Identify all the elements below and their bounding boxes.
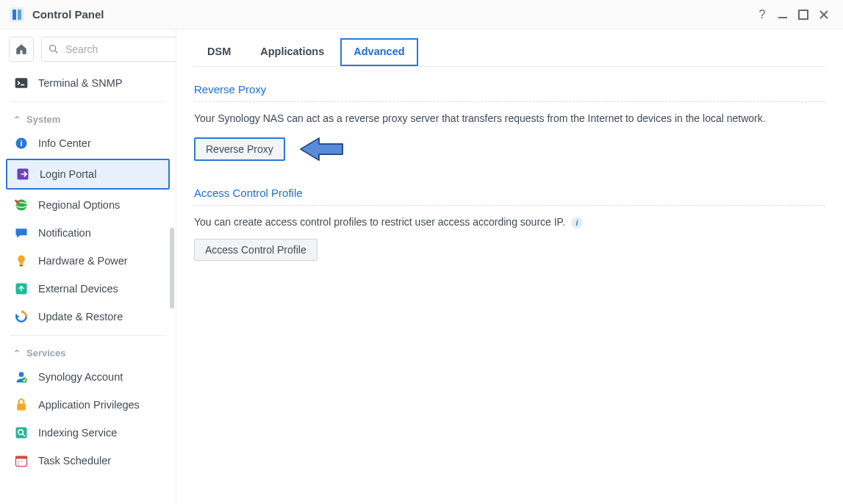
terminal-icon (13, 75, 29, 91)
refresh-icon (13, 309, 29, 325)
svg-rect-21 (21, 461, 23, 463)
sidebar-item-hardware-power[interactable]: Hardware & Power (0, 247, 176, 275)
sidebar-item-update-restore[interactable]: Update & Restore (0, 303, 176, 331)
home-button[interactable] (9, 37, 34, 62)
svg-rect-6 (15, 78, 28, 87)
svg-rect-19 (16, 456, 27, 458)
sidebar-item-label: Info Center (38, 137, 91, 149)
sidebar-item-info-center[interactable]: i Info Center (0, 129, 176, 157)
sidebar-item-indexing-service[interactable]: Indexing Service (0, 419, 176, 447)
reverse-proxy-desc: Your Synology NAS can act as a reverse p… (194, 112, 825, 124)
main-panel: DSM Applications Advanced Reverse Proxy … (176, 29, 843, 504)
sidebar-item-application-privileges[interactable]: Application Privileges (0, 391, 176, 419)
help-button[interactable]: ? (752, 4, 772, 25)
sidebar-item-label: Regional Options (38, 199, 120, 211)
svg-point-13 (19, 372, 24, 377)
maximize-button[interactable] (793, 4, 814, 25)
svg-rect-4 (799, 10, 808, 19)
sidebar-item-label: Application Privileges (38, 399, 140, 411)
scrollbar-thumb[interactable] (170, 228, 174, 309)
section-title-reverse-proxy: Reverse Proxy (194, 83, 825, 96)
sidebar-group-system[interactable]: ⌃ System (0, 107, 176, 129)
svg-rect-3 (778, 17, 787, 18)
svg-rect-2 (18, 10, 21, 20)
acp-desc: You can create access control profiles t… (194, 216, 825, 228)
sidebar-item-synology-account[interactable]: Synology Account (0, 363, 176, 391)
sidebar-item-label: Task Scheduler (38, 455, 111, 467)
tab-applications[interactable]: Applications (247, 38, 337, 66)
upload-icon (13, 281, 29, 297)
svg-rect-16 (16, 428, 27, 439)
search-input[interactable] (64, 43, 176, 56)
close-button[interactable] (814, 4, 834, 25)
sidebar: Terminal & SNMP ⌃ System i Info Center L… (0, 29, 176, 504)
tab-advanced[interactable]: Advanced (340, 38, 417, 66)
sidebar-item-login-portal[interactable]: Login Portal (6, 159, 170, 190)
group-label: System (26, 114, 60, 125)
sidebar-item-task-scheduler[interactable]: Task Scheduler (0, 447, 176, 475)
sidebar-item-label: Update & Restore (38, 311, 123, 323)
arrow-callout-icon (297, 134, 348, 166)
sidebar-item-label: Login Portal (40, 168, 96, 180)
sidebar-item-label: Terminal & SNMP (38, 77, 122, 89)
chat-icon (13, 225, 29, 241)
tabs: DSM Applications Advanced (194, 29, 825, 67)
account-icon (13, 369, 29, 385)
titlebar: Control Panel ? (0, 0, 843, 29)
reverse-proxy-button[interactable]: Reverse Proxy (194, 137, 285, 161)
info-icon[interactable]: i (571, 217, 583, 228)
sidebar-item-notification[interactable]: Notification (0, 219, 176, 247)
sidebar-group-services[interactable]: ⌃ Services (0, 340, 176, 363)
svg-rect-1 (12, 10, 16, 20)
search-icon (48, 43, 60, 55)
acp-button[interactable]: Access Control Profile (194, 239, 318, 261)
sidebar-item-label: External Devices (38, 283, 118, 295)
svg-rect-0 (10, 7, 24, 22)
chevron-up-icon: ⌃ (13, 115, 21, 125)
sidebar-item-external-devices[interactable]: External Devices (0, 275, 176, 303)
calendar-icon (13, 453, 29, 469)
window-title: Control Panel (32, 8, 104, 21)
section-title-acp: Access Control Profile (194, 187, 825, 199)
sidebar-item-label: Hardware & Power (38, 255, 128, 267)
sidebar-item-terminal-snmp[interactable]: Terminal & SNMP (0, 69, 176, 97)
sidebar-item-regional-options[interactable]: Regional Options (0, 191, 176, 219)
bulb-icon (13, 253, 29, 269)
svg-rect-11 (20, 264, 24, 267)
info-icon: i (13, 135, 29, 151)
portal-icon (15, 166, 31, 182)
lock-icon (13, 397, 29, 413)
svg-text:i: i (20, 139, 22, 148)
svg-rect-22 (18, 463, 20, 465)
search-box[interactable] (41, 37, 176, 62)
search-doc-icon (13, 425, 29, 441)
globe-icon (13, 197, 29, 213)
chevron-up-icon: ⌃ (13, 348, 21, 359)
app-icon (9, 7, 25, 23)
sidebar-item-label: Synology Account (38, 371, 123, 383)
svg-rect-15 (17, 403, 26, 410)
sidebar-item-label: Notification (38, 227, 91, 239)
svg-rect-20 (18, 461, 20, 463)
sidebar-item-label: Indexing Service (38, 427, 117, 439)
group-label: Services (26, 348, 66, 359)
svg-point-5 (50, 46, 56, 51)
minimize-button[interactable] (772, 4, 793, 25)
tab-dsm[interactable]: DSM (194, 38, 244, 66)
